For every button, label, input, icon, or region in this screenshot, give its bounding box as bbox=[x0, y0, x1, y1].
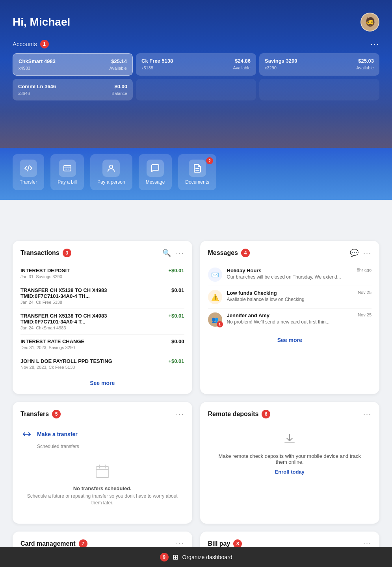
pay-person-svg bbox=[106, 164, 116, 173]
avatar[interactable]: 🧔 bbox=[360, 13, 379, 32]
tx-name-0: INTEREST DEPOSIT bbox=[20, 268, 70, 273]
tx-date-2: Jan 24, ChkSmart 4983 bbox=[20, 325, 184, 330]
compose-icon[interactable]: 💬 bbox=[350, 249, 359, 257]
tx-name-4: JOHN L DOE PAYROLL PPD TESTING bbox=[20, 358, 112, 364]
messages-see-more[interactable]: See more bbox=[208, 337, 372, 343]
accounts-header: Accounts 1 ··· bbox=[13, 39, 379, 48]
remote-deposits-header: Remote deposits 6 ··· bbox=[208, 410, 372, 418]
account-amount-3: $0.00 bbox=[114, 84, 127, 89]
bill-pay-menu-icon[interactable]: ··· bbox=[363, 539, 372, 548]
tx-amount-1: $0.01 bbox=[171, 287, 184, 293]
account-amount-0: $25.14 bbox=[111, 58, 127, 64]
messages-title: Messages 4 bbox=[208, 249, 250, 257]
remote-deposits-description: Make remote check deposits with your mob… bbox=[214, 453, 366, 465]
account-id-2: x3290 bbox=[265, 65, 277, 70]
enroll-today-button[interactable]: Enroll today bbox=[275, 469, 305, 475]
transactions-list: INTEREST DEPOSIT +$0.01 Jan 31, Savings … bbox=[20, 264, 184, 374]
msg-time-0: 8hr ago bbox=[357, 268, 372, 272]
documents-svg bbox=[193, 164, 202, 173]
tx-name-1: TRANSFER CH X5138 TO CH X4983 TMID:0F7C7… bbox=[20, 287, 139, 299]
transaction-row-1[interactable]: TRANSFER CH X5138 TO CH X4983 TMID:0F7C7… bbox=[20, 283, 184, 309]
messages-actions: 💬 ··· bbox=[350, 249, 372, 257]
account-avail-2: Available bbox=[357, 65, 374, 70]
accounts-menu-button[interactable]: ··· bbox=[370, 39, 379, 48]
pay-bill-action-wrap: Pay a bill bbox=[50, 154, 84, 190]
messages-badge: 4 bbox=[241, 249, 250, 257]
msg-title-1: Low funds Checking bbox=[227, 290, 277, 296]
transfers-empty: No transfers scheduled. Schedule a futur… bbox=[20, 454, 184, 516]
account-name-3: Comml Ln 3646 bbox=[18, 84, 56, 89]
make-transfer-label: Make a transfer bbox=[37, 431, 78, 437]
organize-label: Organize dashboard bbox=[182, 554, 232, 560]
tx-date-4: Nov 28, 2023, Ck Free 5138 bbox=[20, 365, 184, 370]
tx-amount-4: +$0.01 bbox=[168, 358, 184, 364]
card-management-badge: 7 bbox=[79, 539, 87, 548]
pay-person-label: Pay a person bbox=[97, 179, 125, 185]
account-card-0[interactable]: ChkSmart 4983 $25.14 x4983 Available bbox=[13, 53, 133, 76]
account-card-1[interactable]: Ck Free 5138 $24.86 x5138 Available bbox=[136, 53, 256, 76]
transaction-row-2[interactable]: TRANSFER CH X5138 TO CH X4983 TMID:0F7C7… bbox=[20, 309, 184, 335]
account-card-empty-2 bbox=[259, 79, 379, 100]
message-svg bbox=[150, 164, 160, 173]
search-icon[interactable]: 🔍 bbox=[162, 249, 171, 257]
bill-pay-header: Bill pay 8 ··· bbox=[208, 539, 372, 548]
transactions-title: Transactions 3 bbox=[20, 249, 71, 257]
account-avail-3: Balance bbox=[111, 91, 127, 96]
remote-deposits-menu-icon[interactable]: ··· bbox=[363, 410, 372, 418]
msg-time-2: Nov 25 bbox=[358, 312, 372, 317]
documents-label: Documents bbox=[185, 179, 209, 185]
card-management-title: Card management 7 bbox=[20, 539, 87, 548]
scheduled-transfers-label: Scheduled transfers bbox=[37, 444, 184, 449]
message-row-2[interactable]: 👥 1 Jennifer and Amy Nov 25 No problem! … bbox=[208, 309, 372, 331]
msg-time-1: Nov 25 bbox=[358, 290, 372, 295]
svg-rect-5 bbox=[96, 467, 109, 478]
account-card-empty-1 bbox=[136, 79, 256, 100]
organize-badge: 9 bbox=[160, 553, 169, 561]
message-row-1[interactable]: ⚠️ Low funds Checking Nov 25 Available b… bbox=[208, 286, 372, 309]
organize-dashboard-bar[interactable]: 9 ⊞ Organize dashboard bbox=[0, 547, 392, 567]
account-card-3[interactable]: Comml Ln 3646 $0.00 x3646 Balance bbox=[13, 79, 133, 100]
transfer-button[interactable]: Transfer bbox=[13, 154, 44, 190]
transfers-menu-icon[interactable]: ··· bbox=[176, 410, 184, 418]
pay-bill-button[interactable]: Pay a bill bbox=[50, 154, 84, 190]
documents-button[interactable]: 2 Documents bbox=[178, 154, 216, 190]
transaction-row-0[interactable]: INTEREST DEPOSIT +$0.01 Jan 31, Savings … bbox=[20, 264, 184, 283]
msg-preview-2: No problem! We'll send a new card out fi… bbox=[227, 319, 372, 325]
tx-amount-3: $0.00 bbox=[171, 338, 184, 344]
msg-badge-2: 1 bbox=[217, 321, 223, 327]
account-card-2[interactable]: Savings 3290 $25.03 x3290 Available bbox=[259, 53, 379, 76]
organize-grid-icon: ⊞ bbox=[173, 553, 178, 561]
transactions-see-more[interactable]: See more bbox=[20, 380, 184, 386]
account-avail-0: Available bbox=[110, 66, 127, 71]
transaction-row-3[interactable]: INTEREST RATE CHANGE $0.00 Dec 31, 2023,… bbox=[20, 335, 184, 354]
msg-preview-1: Available balance is low on Checking bbox=[227, 297, 372, 302]
pay-person-action-wrap: Pay a person bbox=[90, 154, 132, 190]
header-top: Hi, Michael 🧔 bbox=[13, 13, 379, 32]
transactions-card: Transactions 3 🔍 ··· INTEREST DEPOSIT +$… bbox=[13, 241, 192, 394]
message-row-0[interactable]: ✉️ Holiday Hours 8hr ago Our branches wi… bbox=[208, 264, 372, 286]
message-icon-1: ⚠️ bbox=[208, 290, 222, 304]
msg-preview-0: Our branches will be closed on Thursday.… bbox=[227, 274, 372, 280]
message-icon-0: ✉️ bbox=[208, 268, 222, 282]
remote-deposits-empty: Make remote check deposits with your mob… bbox=[208, 425, 372, 481]
transactions-menu-icon[interactable]: ··· bbox=[176, 249, 184, 257]
messages-menu-icon[interactable]: ··· bbox=[363, 249, 372, 257]
messages-card: Messages 4 💬 ··· ✉️ Holiday Hours 8hr ag… bbox=[200, 241, 380, 394]
pay-bill-label: Pay a bill bbox=[58, 179, 77, 185]
message-button[interactable]: Message bbox=[139, 154, 172, 190]
calendar-icon bbox=[27, 463, 178, 482]
accounts-label: Accounts 1 bbox=[13, 40, 49, 48]
documents-badge: 2 bbox=[206, 157, 213, 164]
bill-pay-title: Bill pay 8 bbox=[208, 539, 242, 548]
account-name-2: Savings 3290 bbox=[265, 58, 297, 64]
card-management-menu-icon[interactable]: ··· bbox=[176, 539, 184, 548]
tx-date-0: Jan 31, Savings 3290 bbox=[20, 274, 184, 279]
pay-person-button[interactable]: Pay a person bbox=[90, 154, 132, 190]
transaction-row-4[interactable]: JOHN L DOE PAYROLL PPD TESTING +$0.01 No… bbox=[20, 354, 184, 374]
transfer-arrows-icon bbox=[20, 428, 33, 441]
svg-point-1 bbox=[110, 165, 113, 168]
pay-bill-svg bbox=[63, 164, 72, 173]
tx-amount-0: +$0.01 bbox=[168, 268, 184, 273]
make-transfer-button[interactable]: Make a transfer bbox=[20, 425, 184, 444]
msg-title-2: Jennifer and Amy bbox=[227, 312, 270, 318]
